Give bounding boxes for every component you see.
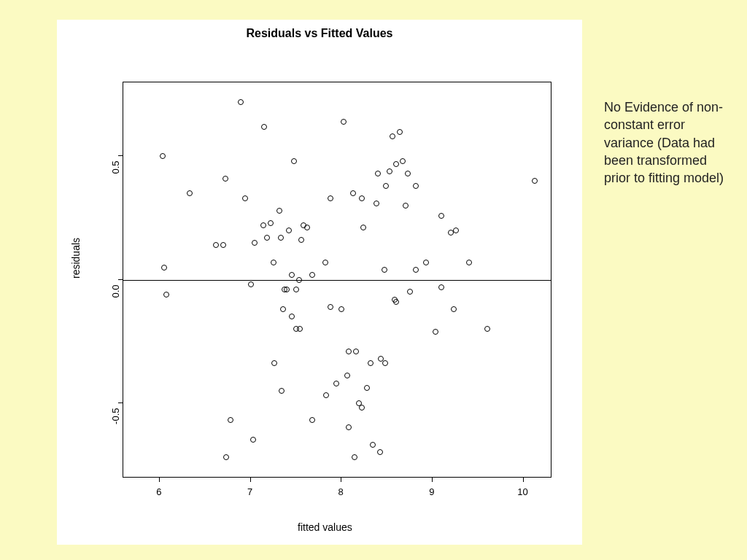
data-point — [413, 183, 419, 189]
data-point — [377, 449, 383, 455]
data-point — [359, 195, 365, 201]
data-point — [228, 417, 233, 423]
data-point — [383, 183, 389, 189]
plot-panel: Residuals vs Fitted Values residuals fit… — [57, 20, 582, 545]
x-tick-label: 7 — [247, 486, 252, 497]
x-tick-mark — [523, 478, 524, 482]
x-tick-mark — [432, 478, 433, 482]
data-point — [397, 129, 403, 135]
data-point — [382, 360, 388, 366]
data-point — [466, 260, 472, 265]
data-point — [291, 158, 297, 164]
data-point — [532, 178, 538, 184]
data-point — [261, 124, 267, 130]
data-point — [284, 287, 290, 292]
data-point — [309, 272, 315, 278]
data-point — [271, 360, 277, 366]
data-point — [403, 203, 409, 209]
data-point — [438, 213, 444, 219]
data-point — [296, 277, 302, 283]
data-point — [187, 190, 193, 196]
data-point — [250, 437, 256, 443]
data-point — [242, 195, 248, 201]
data-point — [359, 405, 365, 411]
y-tick-label: 0.0 — [110, 284, 121, 298]
data-point — [293, 287, 299, 292]
data-point — [375, 171, 381, 176]
zero-line — [123, 280, 551, 281]
data-point — [279, 388, 285, 394]
y-tick-label: 0.5 — [110, 161, 121, 174]
data-point — [268, 220, 274, 226]
x-tick-mark — [341, 478, 341, 482]
data-point — [276, 208, 282, 214]
data-point — [289, 314, 295, 319]
data-point — [322, 260, 328, 265]
data-point — [222, 176, 228, 182]
data-point — [346, 349, 352, 354]
data-point — [433, 329, 438, 335]
slide: Residuals vs Fitted Values residuals fit… — [0, 0, 747, 560]
y-tick-mark — [118, 155, 123, 156]
data-point — [238, 99, 244, 105]
data-point — [353, 349, 359, 354]
data-point — [280, 306, 286, 312]
data-point — [346, 424, 352, 430]
data-point — [382, 267, 387, 273]
x-axis-label: fitted values — [298, 521, 352, 533]
data-point — [289, 272, 295, 278]
data-point — [286, 228, 292, 233]
data-point — [297, 326, 303, 332]
data-point — [393, 161, 399, 167]
data-point — [338, 306, 344, 312]
data-point — [161, 265, 167, 271]
x-tick-label: 9 — [429, 486, 434, 497]
data-point — [304, 225, 310, 230]
annotation-text: No Evidence of non-constant error varian… — [604, 98, 728, 187]
data-point — [271, 260, 276, 265]
data-point — [390, 133, 395, 139]
data-point — [328, 195, 333, 201]
x-tick-label: 10 — [517, 486, 527, 497]
data-point — [405, 171, 411, 176]
x-tick-label: 6 — [156, 486, 161, 497]
data-point — [163, 292, 169, 298]
data-point — [370, 442, 376, 448]
data-point — [328, 304, 333, 310]
data-point — [368, 360, 374, 366]
data-point — [413, 267, 419, 273]
data-point — [453, 228, 459, 233]
data-point — [323, 392, 329, 398]
x-tick-mark — [159, 478, 160, 482]
data-point — [438, 284, 444, 290]
data-point — [451, 306, 457, 312]
data-point — [252, 240, 258, 246]
data-point — [423, 260, 429, 265]
data-point — [298, 237, 304, 243]
plot-area — [123, 82, 551, 478]
x-tick-mark — [250, 478, 251, 482]
data-point — [374, 201, 379, 206]
data-point — [350, 190, 356, 196]
data-point — [220, 242, 226, 248]
data-point — [360, 225, 366, 230]
data-point — [344, 373, 350, 378]
y-tick-mark — [118, 402, 123, 403]
data-point — [278, 235, 284, 241]
data-point — [248, 281, 254, 287]
data-point — [309, 417, 315, 423]
data-point — [223, 454, 229, 460]
data-point — [484, 326, 490, 332]
y-axis-label: residuals — [70, 238, 82, 279]
y-tick-label: -0.5 — [110, 408, 121, 424]
data-point — [264, 235, 270, 241]
x-tick-label: 8 — [338, 486, 344, 497]
data-point — [364, 385, 370, 391]
data-point — [400, 158, 406, 164]
data-point — [387, 168, 392, 174]
data-point — [393, 299, 399, 305]
data-point — [341, 119, 347, 125]
y-tick-mark — [118, 279, 123, 280]
data-point — [407, 289, 413, 295]
data-point — [213, 242, 219, 248]
